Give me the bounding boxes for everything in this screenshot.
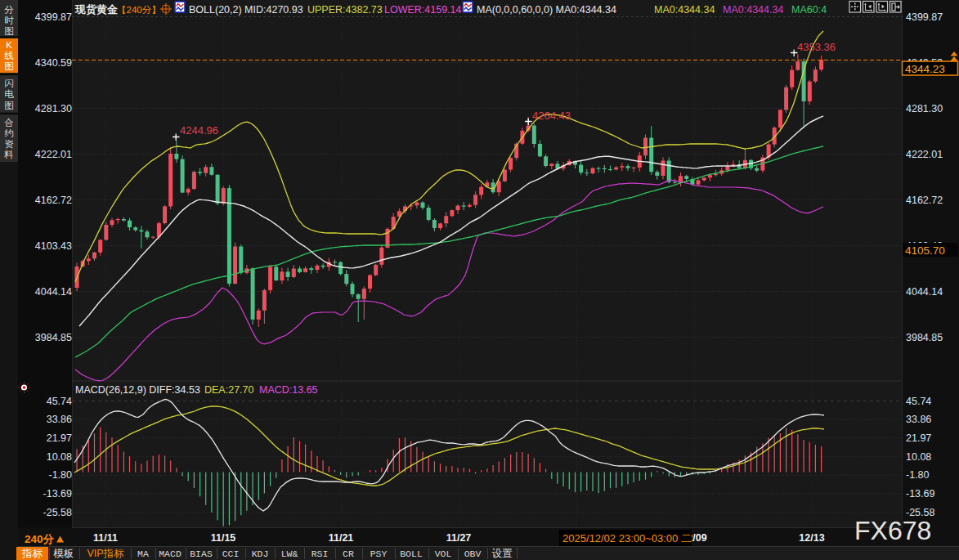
svg-text:12/13: 12/13 <box>799 532 824 544</box>
svg-text:MA0:4344.34: MA0:4344.34 <box>654 4 715 16</box>
svg-text:闪: 闪 <box>4 78 14 88</box>
svg-text:约: 约 <box>4 128 14 138</box>
svg-text:VIP指标: VIP指标 <box>87 548 124 559</box>
svg-text:11/15: 11/15 <box>211 532 236 544</box>
svg-text:线: 线 <box>4 51 14 60</box>
svg-text:21.97: 21.97 <box>906 432 931 444</box>
svg-text:4399.87: 4399.87 <box>906 11 943 23</box>
svg-text:4344.23: 4344.23 <box>905 63 945 75</box>
svg-text:33.86: 33.86 <box>47 414 72 425</box>
svg-text:45.74: 45.74 <box>906 396 931 407</box>
svg-text:BOLL: BOLL <box>400 549 423 559</box>
svg-text:10.08: 10.08 <box>906 451 931 463</box>
svg-text:DEA:27.70: DEA:27.70 <box>204 384 254 396</box>
svg-text:MA60:4: MA60:4 <box>791 4 827 16</box>
svg-text:4044.14: 4044.14 <box>35 286 72 298</box>
svg-text:K: K <box>6 40 12 50</box>
svg-text:MACD: MACD <box>159 549 181 559</box>
svg-text:OBV: OBV <box>464 549 482 559</box>
svg-text:模板: 模板 <box>53 548 74 559</box>
svg-text:MA: MA <box>137 549 149 559</box>
svg-text:RSI: RSI <box>311 549 329 559</box>
svg-text:4162.72: 4162.72 <box>906 195 943 206</box>
svg-text:4103.43: 4103.43 <box>35 240 72 252</box>
svg-text:MA0:4344.34: MA0:4344.34 <box>723 4 783 16</box>
svg-text:4105.70: 4105.70 <box>905 244 945 257</box>
svg-text:4340.59: 4340.59 <box>35 57 72 69</box>
svg-text:FX678: FX678 <box>854 516 931 545</box>
svg-text:图: 图 <box>4 61 14 71</box>
svg-text:11/21: 11/21 <box>329 532 354 544</box>
svg-text:4281.30: 4281.30 <box>906 103 943 114</box>
svg-text:分: 分 <box>4 5 14 15</box>
svg-text:时: 时 <box>4 16 14 25</box>
svg-text:4281.30: 4281.30 <box>35 103 72 114</box>
svg-text:LW&: LW& <box>281 549 298 559</box>
svg-text:图: 图 <box>4 26 14 36</box>
svg-text:CCI: CCI <box>222 549 240 559</box>
svg-text:-1.80: -1.80 <box>49 469 73 481</box>
svg-text:设置: 设置 <box>492 548 513 559</box>
svg-text:3984.85: 3984.85 <box>906 332 943 343</box>
svg-text:指标: 指标 <box>21 548 43 559</box>
svg-text:-25.58: -25.58 <box>43 507 72 518</box>
svg-text:4222.01: 4222.01 <box>906 149 943 160</box>
svg-text:4044.14: 4044.14 <box>906 286 943 298</box>
svg-text:11/11: 11/11 <box>93 532 118 544</box>
svg-text:4264.43: 4264.43 <box>532 110 571 122</box>
svg-text:-13.69: -13.69 <box>906 488 934 500</box>
svg-text:11/27: 11/27 <box>446 532 472 544</box>
svg-text:合: 合 <box>4 118 14 128</box>
svg-text:240分: 240分 <box>25 533 55 545</box>
svg-text:4222.01: 4222.01 <box>35 149 72 160</box>
svg-text:LOWER:4159.14: LOWER:4159.14 <box>384 4 462 16</box>
svg-text:资: 资 <box>4 139 14 149</box>
svg-text:PSY: PSY <box>370 549 388 559</box>
svg-text:10.08: 10.08 <box>47 451 72 463</box>
svg-text:VOL: VOL <box>435 549 452 559</box>
svg-text:料: 料 <box>3 150 14 159</box>
svg-text:-13.69: -13.69 <box>43 488 72 500</box>
svg-text:4162.72: 4162.72 <box>35 195 72 206</box>
svg-text:现货黄金: 现货黄金 <box>74 3 119 16</box>
svg-text:MACD:13.65: MACD:13.65 <box>259 384 318 396</box>
svg-text:电: 电 <box>4 89 14 99</box>
svg-text:BOLL(20,2) MID:4270.93: BOLL(20,2) MID:4270.93 <box>189 4 303 16</box>
svg-text:MA(0,0,0,60,0,0) MA0:4344.34: MA(0,0,0,60,0,0) MA0:4344.34 <box>477 4 616 16</box>
svg-text:-1.80: -1.80 <box>906 469 930 481</box>
svg-text:KDJ: KDJ <box>252 549 269 559</box>
svg-text:【240分】: 【240分】 <box>117 5 161 15</box>
svg-text:4399.87: 4399.87 <box>35 11 72 23</box>
svg-text:2025/12/02 23:00~03:00 二: 2025/12/02 23:00~03:00 二 <box>562 532 692 544</box>
svg-text:图: 图 <box>4 101 14 110</box>
svg-text:21.97: 21.97 <box>47 432 72 444</box>
svg-text:UPPER:4382.73: UPPER:4382.73 <box>307 4 383 16</box>
svg-text:BIAS: BIAS <box>190 549 213 559</box>
svg-text:45.74: 45.74 <box>47 396 72 407</box>
svg-text:MACD(26,12,9) DIFF:34.53: MACD(26,12,9) DIFF:34.53 <box>75 384 200 396</box>
svg-text:33.86: 33.86 <box>906 414 931 425</box>
svg-text:4353.36: 4353.36 <box>797 41 836 53</box>
svg-text:CR: CR <box>343 549 354 559</box>
svg-text:4244.96: 4244.96 <box>180 124 218 137</box>
svg-text:3984.85: 3984.85 <box>35 332 72 343</box>
